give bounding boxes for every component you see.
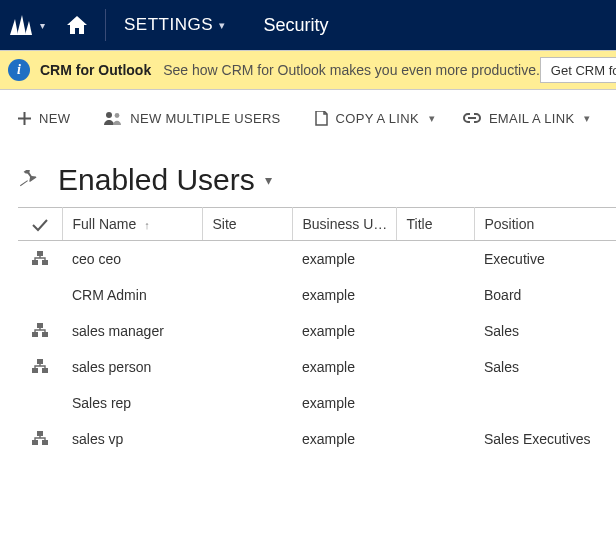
grid-header-row: Full Name ↑ Site Business Unit... Title …	[18, 208, 616, 241]
home-icon	[67, 16, 87, 34]
command-bar: NEW NEW MULTIPLE USERS COPY A LINK ▾	[0, 96, 616, 141]
cell-full-name[interactable]: sales person	[62, 349, 202, 385]
view-chevron-icon[interactable]: ▾	[265, 172, 272, 188]
cell-position	[474, 385, 616, 421]
cell-title	[396, 385, 474, 421]
svg-rect-6	[32, 260, 38, 265]
new-multiple-users-button[interactable]: NEW MULTIPLE USERS	[100, 107, 284, 130]
page-title: Security	[264, 15, 329, 36]
col-header-title[interactable]: Title	[396, 208, 474, 241]
cell-full-name[interactable]: ceo ceo	[62, 241, 202, 278]
check-icon	[32, 218, 48, 232]
cell-position: Executive	[474, 241, 616, 278]
app-logo-icon[interactable]	[10, 15, 32, 35]
svg-rect-8	[37, 323, 43, 328]
home-button[interactable]	[67, 16, 87, 34]
notice-text: See how CRM for Outlook makes you even m…	[163, 62, 540, 78]
get-crm-button[interactable]: Get CRM for	[540, 57, 616, 83]
cell-full-name[interactable]: sales vp	[62, 421, 202, 457]
cell-title	[396, 421, 474, 457]
cell-position: Sales	[474, 349, 616, 385]
svg-rect-16	[42, 440, 48, 445]
topbar-separator	[105, 9, 106, 41]
table-row[interactable]: Sales repexample	[18, 385, 616, 421]
table-row[interactable]: sales vpexampleSales Executives	[18, 421, 616, 457]
svg-rect-9	[32, 332, 38, 337]
document-icon	[315, 111, 328, 126]
new-button[interactable]: NEW	[14, 107, 74, 130]
settings-menu-label: SETTINGS	[124, 15, 213, 35]
cell-business-unit: example	[292, 349, 396, 385]
cell-full-name[interactable]: sales manager	[62, 313, 202, 349]
hierarchy-icon[interactable]	[18, 349, 62, 385]
cell-business-unit: example	[292, 313, 396, 349]
cell-title	[396, 349, 474, 385]
cell-site	[202, 277, 292, 313]
svg-rect-13	[42, 368, 48, 373]
svg-rect-10	[42, 332, 48, 337]
copy-link-split-chevron[interactable]: ▾	[423, 108, 441, 129]
cell-title	[396, 313, 474, 349]
table-row[interactable]: CRM AdminexampleBoard	[18, 277, 616, 313]
hierarchy-icon[interactable]	[18, 313, 62, 349]
cell-title	[396, 241, 474, 278]
copy-link-button[interactable]: COPY A LINK	[311, 107, 423, 130]
hierarchy-icon	[18, 385, 62, 421]
plus-icon	[18, 112, 31, 125]
svg-rect-5	[37, 251, 43, 256]
settings-menu[interactable]: SETTINGS ▾	[124, 15, 226, 35]
cell-full-name[interactable]: CRM Admin	[62, 277, 202, 313]
col-header-full-name[interactable]: Full Name ↑	[62, 208, 202, 241]
svg-marker-1	[17, 15, 26, 35]
hierarchy-icon[interactable]	[18, 241, 62, 278]
col-header-position[interactable]: Position	[474, 208, 616, 241]
cell-site	[202, 349, 292, 385]
info-icon: i	[8, 59, 30, 81]
cell-site	[202, 313, 292, 349]
cell-site	[202, 241, 292, 278]
hierarchy-icon[interactable]	[18, 421, 62, 457]
svg-marker-0	[10, 19, 18, 35]
view-title[interactable]: Enabled Users	[58, 163, 255, 197]
cell-business-unit: example	[292, 421, 396, 457]
svg-rect-12	[32, 368, 38, 373]
hierarchy-icon	[18, 277, 62, 313]
col-header-business-unit[interactable]: Business Unit...	[292, 208, 396, 241]
cell-business-unit: example	[292, 385, 396, 421]
cell-full-name[interactable]: Sales rep	[62, 385, 202, 421]
cell-position: Sales	[474, 313, 616, 349]
app-top-bar: ▾ SETTINGS ▾ Security	[0, 0, 616, 50]
cell-position: Board	[474, 277, 616, 313]
cell-position: Sales Executives	[474, 421, 616, 457]
chevron-down-icon: ▾	[219, 19, 226, 32]
cell-business-unit: example	[292, 241, 396, 278]
email-link-button[interactable]: EMAIL A LINK	[459, 107, 579, 130]
cell-business-unit: example	[292, 277, 396, 313]
select-all-checkbox[interactable]	[18, 208, 62, 241]
users-grid: Full Name ↑ Site Business Unit... Title …	[18, 207, 616, 457]
svg-point-4	[115, 113, 120, 118]
app-menu-chevron-icon[interactable]: ▾	[40, 20, 45, 31]
outlook-notice-bar: i CRM for Outlook See how CRM for Outloo…	[0, 50, 616, 90]
cell-site	[202, 421, 292, 457]
notice-title: CRM for Outlook	[40, 62, 151, 78]
svg-marker-2	[25, 21, 32, 35]
cell-title	[396, 277, 474, 313]
pin-icon[interactable]	[18, 170, 40, 191]
email-link-split-chevron[interactable]: ▾	[578, 108, 596, 129]
svg-rect-15	[32, 440, 38, 445]
svg-rect-14	[37, 431, 43, 436]
users-icon	[104, 111, 122, 125]
table-row[interactable]: sales managerexampleSales	[18, 313, 616, 349]
cell-site	[202, 385, 292, 421]
svg-rect-11	[37, 359, 43, 364]
table-row[interactable]: sales personexampleSales	[18, 349, 616, 385]
col-header-site[interactable]: Site	[202, 208, 292, 241]
svg-point-3	[106, 112, 112, 118]
svg-rect-7	[42, 260, 48, 265]
sort-asc-icon: ↑	[144, 219, 150, 231]
view-title-bar: Enabled Users ▾	[0, 141, 616, 207]
table-row[interactable]: ceo ceoexampleExecutive	[18, 241, 616, 278]
link-icon	[463, 113, 481, 123]
